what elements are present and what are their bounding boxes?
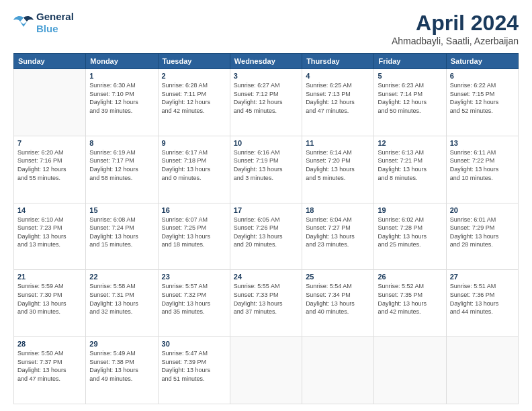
calendar-week-row: 14Sunrise: 6:10 AMSunset: 7:23 PMDayligh… [14,203,519,270]
calendar-weekday-header: Wednesday [230,54,302,69]
calendar-day-cell: 18Sunrise: 6:04 AMSunset: 7:27 PMDayligh… [302,203,374,270]
calendar-day-cell: 6Sunrise: 6:22 AMSunset: 7:15 PMDaylight… [446,69,518,136]
day-info: Sunrise: 6:11 AMSunset: 7:22 PMDaylight:… [450,148,515,182]
calendar-week-row: 7Sunrise: 6:20 AMSunset: 7:16 PMDaylight… [14,136,519,203]
calendar-day-cell: 20Sunrise: 6:01 AMSunset: 7:29 PMDayligh… [446,203,518,270]
day-info: Sunrise: 6:08 AMSunset: 7:24 PMDaylight:… [89,216,154,249]
calendar-day-cell: 8Sunrise: 6:19 AMSunset: 7:17 PMDaylight… [86,136,158,203]
day-number: 20 [450,206,515,214]
day-info: Sunrise: 6:17 AMSunset: 7:18 PMDaylight:… [162,148,226,182]
day-info: Sunrise: 6:02 AMSunset: 7:28 PMDaylight:… [378,216,442,249]
day-number: 21 [17,273,82,281]
main-title: April 2024 [392,11,519,36]
day-number: 2 [162,72,226,80]
day-number: 13 [450,139,515,147]
day-info: Sunrise: 5:49 AMSunset: 7:38 PMDaylight:… [89,349,154,383]
calendar-day-cell: 12Sunrise: 6:13 AMSunset: 7:21 PMDayligh… [374,136,446,203]
calendar-day-cell [302,337,374,404]
day-number: 11 [306,139,370,147]
calendar-weekday-header: Friday [374,54,446,69]
calendar-day-cell [446,337,518,404]
day-number: 4 [306,72,370,80]
calendar-table: SundayMondayTuesdayWednesdayThursdayFrid… [13,53,519,404]
day-info: Sunrise: 5:52 AMSunset: 7:35 PMDaylight:… [378,282,442,316]
day-number: 16 [162,206,226,214]
day-number: 17 [234,206,298,214]
calendar-day-cell: 7Sunrise: 6:20 AMSunset: 7:16 PMDaylight… [14,136,86,203]
calendar-weekday-header: Tuesday [158,54,230,69]
day-number: 5 [378,72,442,80]
calendar-day-cell [14,69,86,136]
day-number: 9 [162,139,226,147]
day-info: Sunrise: 5:54 AMSunset: 7:34 PMDaylight:… [306,282,370,316]
day-info: Sunrise: 6:04 AMSunset: 7:27 PMDaylight:… [306,216,370,249]
day-info: Sunrise: 6:30 AMSunset: 7:10 PMDaylight:… [89,81,154,115]
day-number: 19 [378,206,442,214]
calendar-day-cell [230,337,302,404]
day-info: Sunrise: 5:50 AMSunset: 7:37 PMDaylight:… [17,349,82,383]
calendar-day-cell: 13Sunrise: 6:11 AMSunset: 7:22 PMDayligh… [446,136,518,203]
day-number: 23 [162,273,226,281]
calendar-day-cell: 9Sunrise: 6:17 AMSunset: 7:18 PMDaylight… [158,136,230,203]
calendar-week-row: 21Sunrise: 5:59 AMSunset: 7:30 PMDayligh… [14,270,519,337]
day-number: 14 [17,206,82,214]
calendar-day-cell: 17Sunrise: 6:05 AMSunset: 7:26 PMDayligh… [230,203,302,270]
calendar-day-cell: 22Sunrise: 5:58 AMSunset: 7:31 PMDayligh… [86,270,158,337]
calendar-day-cell: 26Sunrise: 5:52 AMSunset: 7:35 PMDayligh… [374,270,446,337]
day-info: Sunrise: 6:22 AMSunset: 7:15 PMDaylight:… [450,81,515,115]
logo-text: General Blue [36,11,74,35]
calendar-week-row: 1Sunrise: 6:30 AMSunset: 7:10 PMDaylight… [14,69,519,136]
calendar-weekday-header: Thursday [302,54,374,69]
day-number: 8 [89,139,154,147]
calendar-day-cell: 1Sunrise: 6:30 AMSunset: 7:10 PMDaylight… [86,69,158,136]
calendar-day-cell: 11Sunrise: 6:14 AMSunset: 7:20 PMDayligh… [302,136,374,203]
day-number: 6 [450,72,515,80]
calendar-day-cell: 28Sunrise: 5:50 AMSunset: 7:37 PMDayligh… [14,337,86,404]
page: General Blue April 2024 Ahmadbayli, Saat… [0,0,532,411]
day-info: Sunrise: 6:28 AMSunset: 7:11 PMDaylight:… [162,81,226,115]
calendar-day-cell: 23Sunrise: 5:57 AMSunset: 7:32 PMDayligh… [158,270,230,337]
day-number: 24 [234,273,298,281]
calendar-weekday-header: Monday [86,54,158,69]
calendar-day-cell: 15Sunrise: 6:08 AMSunset: 7:24 PMDayligh… [86,203,158,270]
calendar-day-cell: 4Sunrise: 6:25 AMSunset: 7:13 PMDaylight… [302,69,374,136]
day-info: Sunrise: 6:16 AMSunset: 7:19 PMDaylight:… [234,148,298,182]
calendar-day-cell: 24Sunrise: 5:55 AMSunset: 7:33 PMDayligh… [230,270,302,337]
day-info: Sunrise: 5:51 AMSunset: 7:36 PMDaylight:… [450,282,515,316]
day-info: Sunrise: 6:10 AMSunset: 7:23 PMDaylight:… [17,216,82,249]
day-number: 12 [378,139,442,147]
calendar-day-cell: 27Sunrise: 5:51 AMSunset: 7:36 PMDayligh… [446,270,518,337]
calendar-weekday-header: Saturday [446,54,518,69]
calendar-weekday-header: Sunday [14,54,86,69]
day-info: Sunrise: 5:57 AMSunset: 7:32 PMDaylight:… [162,282,226,316]
day-number: 26 [378,273,442,281]
day-number: 3 [234,72,298,80]
day-number: 1 [89,72,154,80]
calendar-day-cell: 2Sunrise: 6:28 AMSunset: 7:11 PMDaylight… [158,69,230,136]
day-info: Sunrise: 6:14 AMSunset: 7:20 PMDaylight:… [306,148,370,182]
day-number: 15 [89,206,154,214]
calendar-day-cell: 16Sunrise: 6:07 AMSunset: 7:25 PMDayligh… [158,203,230,270]
calendar-header-row: SundayMondayTuesdayWednesdayThursdayFrid… [14,54,519,69]
logo: General Blue [13,11,74,35]
calendar-day-cell: 3Sunrise: 6:27 AMSunset: 7:12 PMDaylight… [230,69,302,136]
day-info: Sunrise: 6:25 AMSunset: 7:13 PMDaylight:… [306,81,370,115]
calendar-day-cell: 5Sunrise: 6:23 AMSunset: 7:14 PMDaylight… [374,69,446,136]
calendar-day-cell: 30Sunrise: 5:47 AMSunset: 7:39 PMDayligh… [158,337,230,404]
calendar-day-cell: 25Sunrise: 5:54 AMSunset: 7:34 PMDayligh… [302,270,374,337]
day-number: 18 [306,206,370,214]
calendar-day-cell: 10Sunrise: 6:16 AMSunset: 7:19 PMDayligh… [230,136,302,203]
day-info: Sunrise: 6:01 AMSunset: 7:29 PMDaylight:… [450,216,515,249]
day-info: Sunrise: 6:19 AMSunset: 7:17 PMDaylight:… [89,148,154,182]
day-number: 30 [162,340,226,348]
day-number: 10 [234,139,298,147]
day-number: 27 [450,273,515,281]
calendar-day-cell: 14Sunrise: 6:10 AMSunset: 7:23 PMDayligh… [14,203,86,270]
day-info: Sunrise: 6:13 AMSunset: 7:21 PMDaylight:… [378,148,442,182]
day-info: Sunrise: 6:07 AMSunset: 7:25 PMDaylight:… [162,216,226,249]
day-info: Sunrise: 5:59 AMSunset: 7:30 PMDaylight:… [17,282,82,316]
header: General Blue April 2024 Ahmadbayli, Saat… [13,11,519,46]
day-number: 29 [89,340,154,348]
day-info: Sunrise: 5:47 AMSunset: 7:39 PMDaylight:… [162,349,226,383]
day-info: Sunrise: 6:05 AMSunset: 7:26 PMDaylight:… [234,216,298,249]
